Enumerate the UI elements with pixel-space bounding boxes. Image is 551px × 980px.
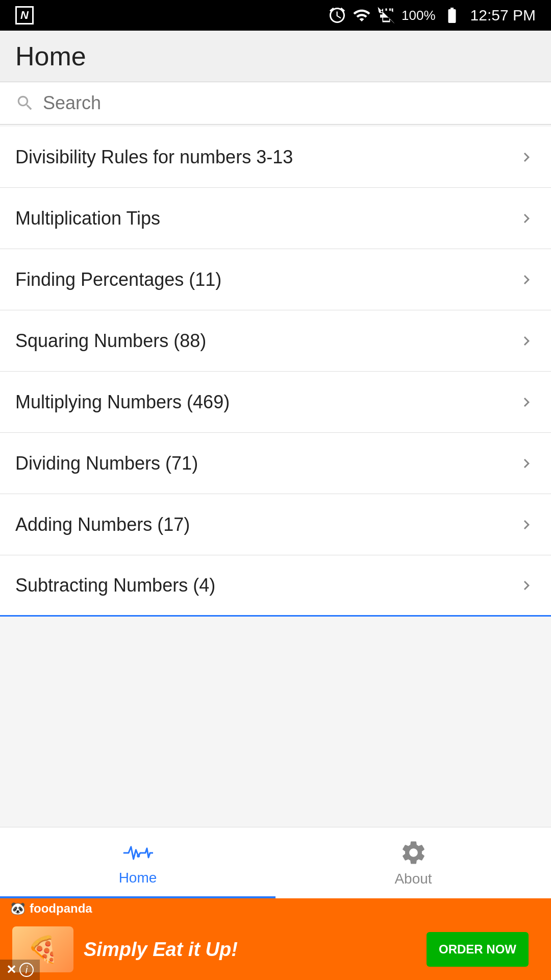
nav-item-about[interactable]: About — [276, 839, 551, 887]
svg-point-0 — [137, 854, 140, 857]
status-bar-left: N — [15, 6, 34, 24]
status-bar-right: 100% 12:57 PM — [328, 6, 536, 24]
list-item[interactable]: Subtracting Numbers (4) — [0, 555, 551, 617]
ad-content: 🐼 foodpanda 🍕 Simply Eat it Up! ORDER NO… — [0, 898, 551, 980]
search-icon — [15, 93, 35, 113]
list-item-label: Multiplying Numbers (469) — [15, 391, 230, 413]
search-container[interactable] — [0, 82, 551, 125]
signal-icon — [377, 6, 395, 24]
list-item-label: Squaring Numbers (88) — [15, 330, 206, 352]
list-item-label: Divisibility Rules for numbers 3-13 — [15, 146, 293, 168]
battery-text: 100% — [402, 8, 436, 23]
list-item-label: Multiplication Tips — [15, 208, 160, 229]
list-item[interactable]: Divisibility Rules for numbers 3-13 — [0, 127, 551, 188]
list-item[interactable]: Dividing Numbers (71) — [0, 433, 551, 494]
list-item-label: Dividing Numbers (71) — [15, 453, 198, 474]
chevron-right-icon — [517, 393, 536, 411]
status-bar: N 100% 12:57 PM — [0, 0, 551, 31]
status-icons: 100% — [328, 6, 462, 24]
chevron-right-icon — [517, 209, 536, 228]
ad-info-icon[interactable]: i — [19, 963, 34, 977]
time-display: 12:57 PM — [470, 7, 536, 24]
list-item-label: Adding Numbers (17) — [15, 514, 190, 535]
home-nav-label: Home — [119, 870, 157, 886]
chevron-right-icon — [517, 271, 536, 289]
list-container: Divisibility Rules for numbers 3-13 Mult… — [0, 127, 551, 617]
chevron-right-icon — [517, 516, 536, 534]
wifi-icon — [353, 6, 371, 24]
list-item[interactable]: Finding Percentages (11) — [0, 249, 551, 310]
about-nav-label: About — [394, 871, 432, 887]
page-title: Home — [15, 41, 86, 71]
ad-order-button[interactable]: ORDER NOW — [427, 932, 529, 967]
ad-close-icon[interactable]: ✕ — [6, 963, 16, 977]
list-item-label: Subtracting Numbers (4) — [15, 575, 215, 596]
ad-close-area[interactable]: ✕ i — [0, 960, 40, 980]
header: Home — [0, 31, 551, 82]
gear-icon — [399, 839, 428, 867]
list-item[interactable]: Multiplication Tips — [0, 188, 551, 249]
chevron-right-icon — [517, 576, 536, 595]
alarm-icon — [328, 6, 346, 24]
battery-icon — [442, 6, 462, 24]
ad-slogan-text: Simply Eat it Up! — [84, 939, 238, 961]
ad-banner[interactable]: 🐼 foodpanda 🍕 Simply Eat it Up! ORDER NO… — [0, 898, 551, 980]
app-logo: N — [15, 6, 34, 24]
nav-item-home[interactable]: Home — [0, 840, 276, 886]
chevron-right-icon — [517, 454, 536, 473]
bottom-nav: Home About — [0, 827, 551, 898]
home-activity-icon — [122, 840, 153, 866]
list-item[interactable]: Multiplying Numbers (469) — [0, 372, 551, 433]
search-input[interactable] — [43, 92, 536, 114]
list-item-label: Finding Percentages (11) — [15, 269, 221, 290]
list-item[interactable]: Adding Numbers (17) — [0, 494, 551, 555]
chevron-right-icon — [517, 332, 536, 350]
chevron-right-icon — [517, 148, 536, 166]
list-item[interactable]: Squaring Numbers (88) — [0, 310, 551, 372]
ad-brand-label: foodpanda — [30, 901, 92, 916]
